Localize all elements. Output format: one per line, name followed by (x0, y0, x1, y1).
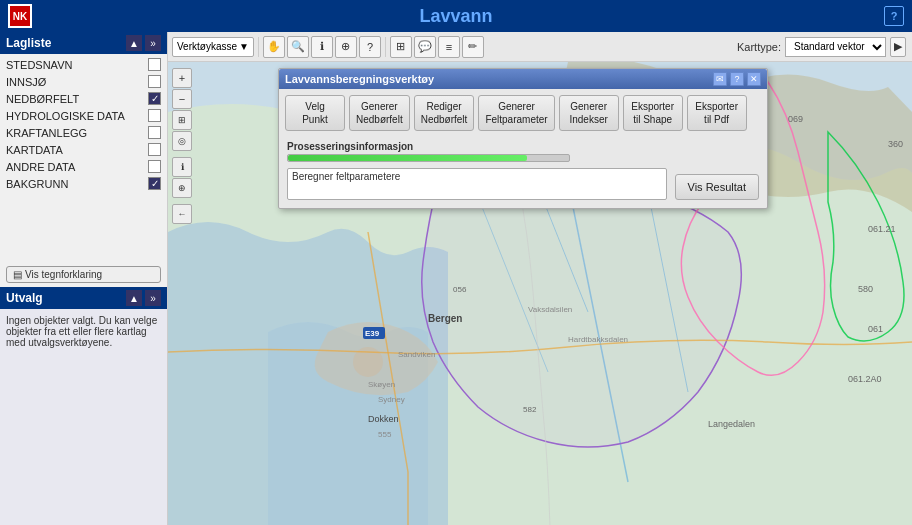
tool-panel-help-btn[interactable]: ? (730, 72, 744, 86)
layer-checkbox[interactable] (148, 160, 161, 173)
zoom-box-btn[interactable]: ⊕ (335, 36, 357, 58)
utvalg-header: Utvalg ▲ » (0, 287, 167, 309)
tool-btn-eksporter-shape[interactable]: Eksportertil Shape (623, 95, 683, 131)
progress-label: Prosesseringsinformasjon (287, 141, 759, 152)
zoom-in-tool-btn[interactable]: 🔍 (287, 36, 309, 58)
utvalg-controls: ▲ » (126, 290, 161, 306)
svg-text:Sandviken: Sandviken (398, 350, 435, 359)
tool-btn-generer-feltparameter[interactable]: GenererFeltparameter (478, 95, 554, 131)
layer-item-stedsnavn[interactable]: STEDSNAVN (0, 56, 167, 73)
layer-name: BAKGRUNN (6, 178, 144, 190)
zoom-in-btn[interactable]: + (172, 68, 192, 88)
comment-btn[interactable]: 💬 (414, 36, 436, 58)
progress-bar-fill (288, 155, 527, 161)
utvalg-content: Ingen objekter valgt. Du kan velge objek… (0, 309, 167, 525)
svg-text:Langedalen: Langedalen (708, 419, 755, 429)
svg-text:056: 056 (453, 285, 467, 294)
svg-text:Vaksdalsilen: Vaksdalsilen (528, 305, 572, 314)
svg-text:Bergen: Bergen (428, 313, 462, 324)
svg-text:360: 360 (888, 139, 903, 149)
layer-list: STEDSNAVN INNSJØ NEDBØRFELT ✓ HYDROLOGIS… (0, 54, 167, 262)
layer-checkbox[interactable] (148, 109, 161, 122)
layer-checkbox[interactable] (148, 126, 161, 139)
layer-name: INNSJØ (6, 76, 144, 88)
list-btn[interactable]: ≡ (438, 36, 460, 58)
back-nav-btn[interactable]: ← (172, 204, 192, 224)
zoom-extent-btn[interactable]: ⊞ (172, 110, 192, 130)
svg-text:069: 069 (788, 114, 803, 124)
svg-text:580: 580 (858, 284, 873, 294)
svg-text:Dokken: Dokken (368, 414, 399, 424)
edit-btn[interactable]: ✏ (462, 36, 484, 58)
layer-item-kartdata[interactable]: KARTDATA (0, 141, 167, 158)
progress-bar-container (287, 154, 570, 162)
measure-btn[interactable]: ? (359, 36, 381, 58)
tool-btn-generer-nedborfelt[interactable]: GenererNedbørfelt (349, 95, 410, 131)
karttype-select[interactable]: Standard vektorTopografiskSatellittHybri… (785, 37, 886, 57)
map-nav: + − ⊞ ◎ ℹ ⊕ ← (172, 68, 192, 224)
legend-icon: ▤ (13, 269, 22, 280)
toolbar-sep-1 (258, 37, 259, 57)
layer-checkbox[interactable]: ✓ (148, 177, 161, 190)
tool-panel-email-btn[interactable]: ✉ (713, 72, 727, 86)
utvalg-collapse-btn[interactable]: ▲ (126, 290, 142, 306)
layer-name: NEDBØRFELT (6, 93, 144, 105)
lagliste-expand-btn[interactable]: » (145, 35, 161, 51)
layer-item-hydrologiske-data[interactable]: HYDROLOGISKE DATA (0, 107, 167, 124)
tool-btn-velg-punkt[interactable]: VelgPunkt (285, 95, 345, 131)
help-button[interactable]: ? (884, 6, 904, 26)
layer-name: STEDSNAVN (6, 59, 144, 71)
utvalg-expand-btn[interactable]: » (145, 290, 161, 306)
tool-panel-header-controls: ✉ ? ✕ (713, 72, 761, 86)
layer-checkbox[interactable] (148, 58, 161, 71)
processing-info-box: Beregner feltparametere (287, 168, 667, 200)
utvalg-text: Ingen objekter valgt. Du kan velge objek… (6, 315, 157, 348)
lagliste-collapse-btn[interactable]: ▲ (126, 35, 142, 51)
tool-btn-generer-indekser[interactable]: GenererIndekser (559, 95, 619, 131)
grid-btn[interactable]: ⊞ (390, 36, 412, 58)
vis-resultat-button[interactable]: Vis Resultat (675, 174, 760, 200)
svg-text:E39: E39 (365, 329, 380, 338)
tool-panel: Lavvannsberegningsverktøy ✉ ? ✕ VelgPunk… (278, 68, 768, 209)
tools-dropdown[interactable]: Verktøykasse ▼ (172, 37, 254, 57)
layer-item-nedbørfelt[interactable]: NEDBØRFELT ✓ (0, 90, 167, 107)
tool-btn-rediger-nedborfelt[interactable]: RedigerNedbørfelt (414, 95, 475, 131)
lagliste-controls: ▲ » (126, 35, 161, 51)
karttype-arrow-btn[interactable]: ▶ (890, 37, 906, 57)
svg-text:Sydney: Sydney (378, 395, 405, 404)
pan-tool-btn[interactable]: ✋ (263, 36, 285, 58)
layer-name: ANDRE DATA (6, 161, 144, 173)
layer-name: HYDROLOGISKE DATA (6, 110, 144, 122)
layer-checkbox[interactable] (148, 143, 161, 156)
layer-checkbox[interactable] (148, 75, 161, 88)
toolbar-sep-2 (385, 37, 386, 57)
layer-item-innsjø[interactable]: INNSJØ (0, 73, 167, 90)
info-tool-btn[interactable]: ℹ (311, 36, 333, 58)
tool-panel-body: Beregner feltparametere Vis Resultat (279, 164, 767, 208)
zoom-out-btn[interactable]: − (172, 89, 192, 109)
lagliste-header: Lagliste ▲ » (0, 32, 167, 54)
tool-panel-header: Lavvannsberegningsverktøy ✉ ? ✕ (279, 69, 767, 89)
svg-text:Skøyen: Skøyen (368, 380, 395, 389)
svg-text:582: 582 (523, 405, 537, 414)
tool-btn-eksporter-pdf[interactable]: Eksportertil Pdf (687, 95, 747, 131)
layer-item-kraftanlegg[interactable]: KRAFTANLEGG (0, 124, 167, 141)
zoom-custom-btn[interactable]: ⊕ (172, 178, 192, 198)
layer-name: KARTDATA (6, 144, 144, 156)
layer-item-andre-data[interactable]: ANDRE DATA (0, 158, 167, 175)
info-nav-btn[interactable]: ℹ (172, 157, 192, 177)
layer-checkbox[interactable]: ✓ (148, 92, 161, 105)
map-area[interactable]: 069 360 061.21 580 061 061.2A0 Langedale… (168, 32, 912, 525)
zoom-selected-btn[interactable]: ◎ (172, 131, 192, 151)
layer-item-bakgrunn[interactable]: BAKGRUNN ✓ (0, 175, 167, 192)
svg-text:555: 555 (378, 430, 392, 439)
main-layout: Lagliste ▲ » STEDSNAVN INNSJØ NEDBØRFELT… (0, 32, 912, 525)
dropdown-arrow-icon: ▼ (239, 41, 249, 52)
tool-panel-close-btn[interactable]: ✕ (747, 72, 761, 86)
svg-text:061.21: 061.21 (868, 224, 896, 234)
legend-button[interactable]: ▤ Vis tegnforklaring (6, 266, 161, 283)
tool-panel-buttons: VelgPunktGenererNedbørfeltRedigerNedbørf… (279, 89, 767, 137)
tool-panel-title: Lavvannsberegningsverktøy (285, 73, 434, 85)
tools-dropdown-label: Verktøykasse (177, 41, 237, 52)
utvalg-title: Utvalg (6, 291, 43, 305)
